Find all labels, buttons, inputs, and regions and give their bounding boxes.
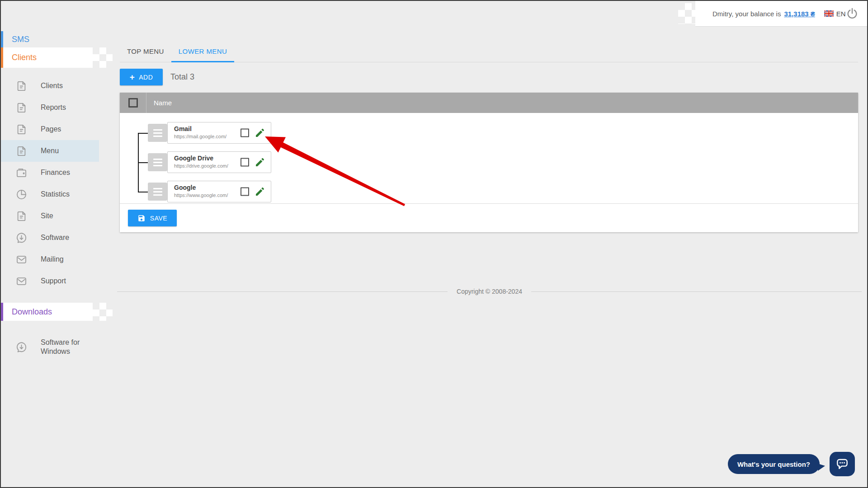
envelope-icon <box>15 253 28 266</box>
sidebar-item-label: Software <box>41 234 69 242</box>
divider <box>531 291 862 292</box>
pixel-dissolve-decoration <box>678 3 704 24</box>
edit-pencil-icon[interactable] <box>255 186 265 197</box>
tree-connector <box>138 162 148 163</box>
tab-bar: TOP MENU LOWER MENU <box>120 42 858 62</box>
download-icon <box>15 232 28 244</box>
save-row: SAVE <box>120 203 858 232</box>
row-checkbox[interactable] <box>241 188 249 196</box>
sidebar-item-menu[interactable]: Menu <box>1 140 99 162</box>
sidebar-nav: Clients Reports Pages Menu <box>1 75 120 292</box>
select-all-cell <box>120 93 146 113</box>
menu-table: Name Gmail https://mail.google.com/ <box>120 93 858 232</box>
sidebar: SMS Clients Clients Reports <box>1 1 120 363</box>
pixel-dissolve-decoration <box>93 303 113 321</box>
chat-prompt-bubble[interactable]: What's your question? <box>728 454 820 474</box>
drag-handle[interactable] <box>148 153 167 171</box>
sidebar-section-downloads[interactable]: Downloads <box>1 303 93 321</box>
plus-icon: + <box>130 73 135 81</box>
table-header: Name <box>120 93 858 113</box>
footer: Copyright © 2008-2024 <box>117 288 862 295</box>
table-body: Gmail https://mail.google.com/ Google Dr… <box>120 113 858 203</box>
download-icon <box>15 341 28 353</box>
chat-bubble-icon <box>835 457 849 471</box>
document-icon <box>15 210 28 222</box>
save-button-label: SAVE <box>150 215 167 222</box>
menu-item-card: Google Drive https://drive.google.com/ <box>167 151 271 173</box>
sidebar-item-label: Pages <box>41 125 61 133</box>
add-button[interactable]: + ADD <box>120 69 163 85</box>
document-icon <box>15 145 28 157</box>
sidebar-item-label: Site <box>41 212 53 220</box>
sidebar-item-site[interactable]: Site <box>1 205 99 227</box>
copyright-text: Copyright © 2008-2024 <box>448 288 531 295</box>
sidebar-item-support[interactable]: Support <box>1 270 99 292</box>
sidebar-section-sms[interactable]: SMS <box>1 31 120 47</box>
tree-connector <box>138 192 148 192</box>
menu-item-card: Gmail https://mail.google.com/ <box>167 122 271 144</box>
pie-chart-icon <box>15 188 28 201</box>
sidebar-item-statistics[interactable]: Statistics <box>1 183 99 205</box>
menu-row-google: Google https://www.google.com/ <box>148 181 271 202</box>
wallet-icon <box>15 167 28 179</box>
sidebar-item-label: Finances <box>41 169 70 177</box>
divider <box>117 291 448 292</box>
sidebar-item-pages[interactable]: Pages <box>1 118 99 140</box>
sidebar-item-label: Reports <box>41 103 66 112</box>
chat-prompt-text: What's your question? <box>737 460 810 468</box>
document-icon <box>15 80 28 92</box>
sidebar-item-clients[interactable]: Clients <box>1 75 99 97</box>
sidebar-item-software[interactable]: Software <box>1 227 99 249</box>
drag-handle[interactable] <box>148 124 167 142</box>
total-count: Total 3 <box>170 72 194 82</box>
menu-row-google-drive: Google Drive https://drive.google.com/ <box>148 151 271 173</box>
sidebar-section-label: SMS <box>12 35 29 44</box>
floppy-disk-icon <box>137 214 146 222</box>
language-selector[interactable]: EN <box>836 10 846 18</box>
add-button-label: ADD <box>139 74 153 81</box>
sidebar-section-clients[interactable]: Clients <box>1 47 93 68</box>
drag-handle[interactable] <box>148 183 167 201</box>
envelope-icon <box>15 275 28 287</box>
sidebar-item-label: Software for Windows <box>41 338 81 356</box>
pixel-dissolve-decoration <box>93 47 113 68</box>
column-header-name: Name <box>146 99 172 107</box>
document-icon <box>15 102 28 114</box>
sidebar-item-finances[interactable]: Finances <box>1 162 99 183</box>
select-all-checkbox[interactable] <box>128 98 138 108</box>
document-icon <box>15 123 28 136</box>
sidebar-item-mailing[interactable]: Mailing <box>1 249 99 270</box>
row-checkbox[interactable] <box>241 158 249 167</box>
sidebar-section-label: Downloads <box>12 307 52 317</box>
user-greeting: Dmitry, your balance is <box>712 10 781 18</box>
topbar: Dmitry, your balance is 31,3183 ₴ EN <box>695 1 867 27</box>
tab-top-menu[interactable]: TOP MENU <box>120 42 171 62</box>
toolbar: + ADD Total 3 <box>120 69 858 85</box>
save-button[interactable]: SAVE <box>128 210 177 226</box>
sidebar-item-reports[interactable]: Reports <box>1 97 99 118</box>
tree-connector <box>138 133 148 134</box>
sidebar-item-label: Support <box>41 277 66 285</box>
row-checkbox[interactable] <box>241 129 249 137</box>
menu-row-gmail: Gmail https://mail.google.com/ <box>148 122 271 144</box>
sidebar-item-label: Statistics <box>41 190 70 198</box>
logout-power-icon[interactable] <box>846 7 859 20</box>
sidebar-item-software-for-windows[interactable]: Software for Windows <box>1 331 99 363</box>
sidebar-item-label: Clients <box>41 82 63 90</box>
chat-launcher-button[interactable] <box>830 452 855 476</box>
sidebar-section-label: Clients <box>12 53 37 62</box>
edit-pencil-icon[interactable] <box>255 127 265 138</box>
main-content: TOP MENU LOWER MENU + ADD Total 3 Name <box>120 27 858 232</box>
app-window: Dmitry, your balance is 31,3183 ₴ EN SMS… <box>0 0 868 488</box>
balance-link[interactable]: 31,3183 ₴ <box>784 10 815 18</box>
sidebar-item-label: Menu <box>41 147 59 155</box>
tab-lower-menu[interactable]: LOWER MENU <box>171 42 234 62</box>
menu-item-card: Google https://www.google.com/ <box>167 181 271 202</box>
uk-flag-icon <box>824 10 834 17</box>
sidebar-item-label: Mailing <box>41 255 64 263</box>
edit-pencil-icon[interactable] <box>255 157 265 168</box>
